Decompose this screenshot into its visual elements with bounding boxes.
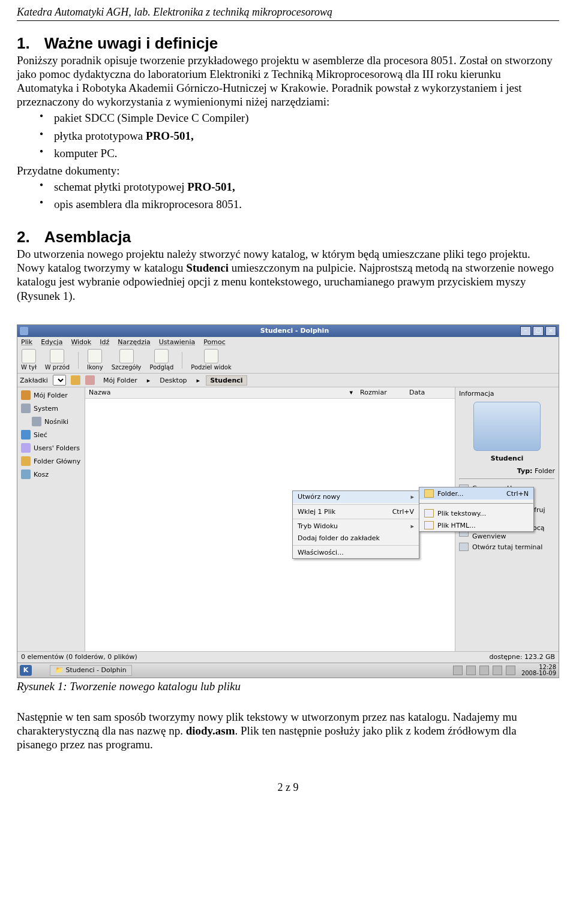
places-sidebar: Mój Folder System Nośniki Sieć Users' Fo… bbox=[17, 387, 85, 651]
page-footer: 2 z 9 bbox=[17, 781, 559, 794]
list-item: pakiet SDCC (Simple Device C Compiler) bbox=[17, 111, 559, 125]
info-panel-header: Informacja bbox=[459, 390, 555, 398]
home-folder-icon bbox=[21, 390, 31, 400]
toolbar-forward[interactable]: W przód bbox=[45, 349, 70, 371]
list-item: opis asemblera dla mikroprocesora 8051. bbox=[17, 197, 559, 211]
useful-docs-label: Przydatne dokumenty: bbox=[17, 164, 559, 177]
section-1-heading: 1.Ważne uwagi i definicje bbox=[17, 34, 559, 53]
toolbar: W tył W przód Ikony Szczegóły Podgląd Po… bbox=[17, 347, 559, 374]
status-bar: 0 elementów (0 folderów, 0 plików) dostę… bbox=[17, 651, 559, 662]
kmenu-icon[interactable]: K bbox=[20, 665, 32, 676]
info-folder-name: Studenci bbox=[459, 455, 555, 462]
media-icon bbox=[32, 417, 41, 426]
html-file-icon bbox=[424, 521, 434, 529]
tray-icon[interactable] bbox=[493, 666, 502, 675]
folder-icon bbox=[424, 489, 434, 498]
maximize-icon[interactable]: ▢ bbox=[533, 326, 544, 336]
icons-view-icon bbox=[88, 349, 102, 363]
window-titlebar[interactable]: Studenci - Dolphin – ▢ × bbox=[17, 325, 559, 337]
toolbar-split[interactable]: Podziel widok bbox=[191, 349, 232, 371]
menu-create-new[interactable]: Utwórz nowy bbox=[293, 491, 419, 502]
menu-bar: Plik Edycja Widok Idź Narzędzia Ustawien… bbox=[17, 337, 559, 347]
menu-properties[interactable]: Właściwości... bbox=[293, 547, 419, 558]
crumb-home[interactable]: Mój Folder bbox=[100, 376, 141, 385]
home-icon[interactable] bbox=[71, 375, 80, 385]
tray-icon[interactable] bbox=[479, 666, 489, 675]
after-para: Następnie w ten sam sposób tworzymy nowy… bbox=[17, 710, 559, 752]
sidebar-item-root[interactable]: Folder Główny bbox=[17, 455, 85, 468]
preview-icon bbox=[154, 349, 169, 363]
system-tray bbox=[453, 666, 515, 675]
menu-tools[interactable]: Narzędzia bbox=[118, 338, 151, 346]
system-icon bbox=[21, 404, 31, 413]
menu-settings[interactable]: Ustawienia bbox=[159, 338, 195, 346]
figure-caption: Rysunek 1: Tworzenie nowego katalogu lub… bbox=[17, 679, 559, 693]
trash-icon bbox=[21, 469, 31, 479]
docs-list: schemat płytki prototypowej PRO-501, opi… bbox=[17, 180, 559, 211]
close-icon[interactable]: × bbox=[545, 326, 556, 336]
location-bar: Zakładki Mój Folder▸ Desktop▸ Studenci bbox=[17, 374, 559, 387]
list-item: schemat płytki prototypowej PRO-501, bbox=[17, 180, 559, 194]
bookmarks-dropdown[interactable] bbox=[53, 375, 66, 386]
submenu-folder[interactable]: Folder...Ctrl+N bbox=[419, 487, 533, 499]
tray-icon[interactable] bbox=[506, 666, 515, 675]
menu-edit[interactable]: Edycja bbox=[41, 338, 62, 346]
submenu-html-file[interactable]: Plik HTML... bbox=[419, 519, 533, 531]
submenu-text-file[interactable]: Plik tekstowy... bbox=[419, 507, 533, 519]
menu-bookmark[interactable]: Dodaj folder do zakładek bbox=[293, 532, 419, 544]
create-new-submenu: Folder...Ctrl+N Plik tekstowy... Plik HT… bbox=[419, 487, 534, 532]
network-icon bbox=[21, 430, 31, 440]
minimize-icon[interactable]: – bbox=[520, 326, 531, 336]
section-2-number: 2. bbox=[17, 228, 30, 246]
col-size[interactable]: Rozmiar bbox=[356, 387, 406, 398]
tray-icon[interactable] bbox=[466, 666, 476, 675]
nav-icon[interactable] bbox=[85, 375, 95, 385]
sidebar-item-system[interactable]: System bbox=[17, 402, 85, 415]
menu-view-mode[interactable]: Tryb Widoku bbox=[293, 520, 419, 532]
crumb-studenci[interactable]: Studenci bbox=[206, 375, 247, 386]
taskbar-entry[interactable]: 📁 Studenci - Dolphin bbox=[50, 665, 132, 675]
bookmarks-label: Zakładki bbox=[20, 377, 48, 384]
folder-icon bbox=[21, 456, 31, 466]
sidebar-item-users[interactable]: Users' Folders bbox=[17, 441, 85, 455]
users-icon bbox=[21, 443, 31, 453]
toolbar-icons[interactable]: Ikony bbox=[87, 349, 103, 371]
column-headers: Nazwa▾ Rozmiar Data bbox=[85, 387, 455, 398]
toolbar-details[interactable]: Szczegóły bbox=[112, 349, 142, 371]
section-1-title: Ważne uwagi i definicje bbox=[44, 34, 218, 52]
sidebar-item-media[interactable]: Nośniki bbox=[17, 415, 85, 428]
sort-indicator-icon: ▾ bbox=[349, 389, 353, 396]
back-icon bbox=[22, 349, 36, 363]
crumb-desktop[interactable]: Desktop bbox=[156, 376, 190, 385]
app-icon bbox=[20, 327, 28, 335]
terminal-icon bbox=[459, 543, 469, 551]
forward-icon bbox=[50, 349, 64, 363]
status-right: dostępne: 123.2 GB bbox=[489, 653, 555, 661]
menu-paste[interactable]: Wklej 1 PlikCtrl+V bbox=[293, 506, 419, 517]
toolbar-back[interactable]: W tył bbox=[21, 349, 37, 371]
context-menu: Utwórz nowy Wklej 1 PlikCtrl+V Tryb Wido… bbox=[292, 490, 419, 559]
file-view[interactable]: Nazwa▾ Rozmiar Data Utwórz nowy Wklej 1 … bbox=[85, 387, 455, 651]
info-action-terminal[interactable]: Otwórz tutaj terminal bbox=[459, 541, 555, 552]
clock[interactable]: 12:28 2008-10-09 bbox=[521, 664, 556, 676]
tools-list: pakiet SDCC (Simple Device C Compiler) p… bbox=[17, 111, 559, 160]
section-2-heading: 2.Asemblacja bbox=[17, 228, 559, 247]
section-1-number: 1. bbox=[17, 34, 30, 52]
menu-help[interactable]: Pomoc bbox=[203, 338, 225, 346]
text-file-icon bbox=[424, 509, 434, 517]
sidebar-item-network[interactable]: Sieć bbox=[17, 428, 85, 441]
list-item: komputer PC. bbox=[17, 146, 559, 160]
details-view-icon bbox=[119, 349, 134, 363]
menu-go[interactable]: Idź bbox=[100, 338, 109, 346]
menu-file[interactable]: Plik bbox=[21, 338, 32, 346]
col-name[interactable]: Nazwa▾ bbox=[85, 387, 356, 398]
screenshot-dolphin: Studenci - Dolphin – ▢ × Plik Edycja Wid… bbox=[17, 324, 559, 678]
sidebar-item-home[interactable]: Mój Folder bbox=[17, 389, 85, 402]
sidebar-item-trash[interactable]: Kosz bbox=[17, 468, 85, 481]
toolbar-preview[interactable]: Podgląd bbox=[150, 349, 174, 371]
tray-icon[interactable] bbox=[453, 666, 463, 675]
section-1-para: Poniższy poradnik opisuje tworzenie przy… bbox=[17, 53, 559, 109]
window-title: Studenci - Dolphin bbox=[31, 327, 559, 335]
col-date[interactable]: Data bbox=[406, 387, 455, 398]
menu-view[interactable]: Widok bbox=[71, 338, 91, 346]
